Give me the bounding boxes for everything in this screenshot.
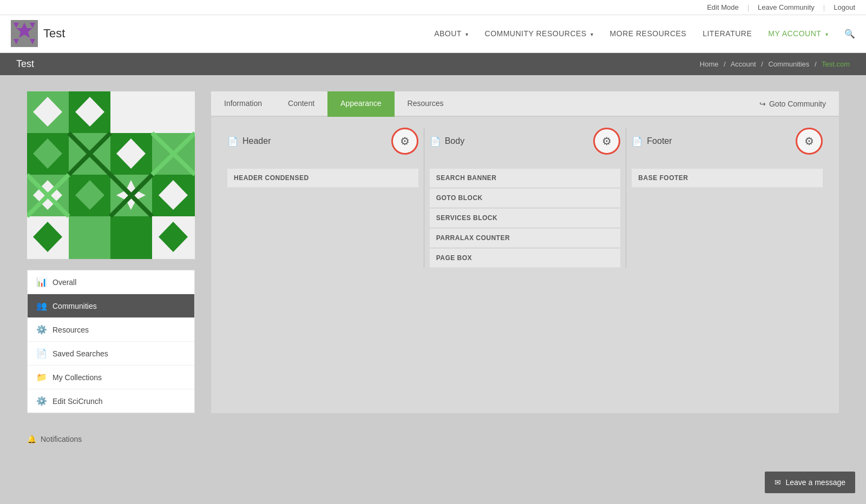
sidebar-label-saved-searches: Saved Searches [53,349,108,358]
footer-sub-items: BASE FOOTER [632,169,823,188]
logo-area: Test [11,20,65,47]
base-footer-item[interactable]: BASE FOOTER [632,169,823,188]
footer-doc-icon: 📄 [632,136,642,147]
notifications-label: Notifications [41,435,82,443]
breadcrumb-home[interactable]: Home [700,60,719,68]
header-condensed-item[interactable]: HEADER CONDENSED [227,169,418,188]
goto-arrow-icon: ↪ [759,100,766,108]
logout-link[interactable]: Logout [834,3,855,11]
sidebar-label-edit-scicrunch: Edit SciCrunch [53,397,103,406]
body-section-header: 📄 Body ⚙ [430,128,621,160]
footer-section: 📄 Footer ⚙ BASE FOOTER [626,128,828,268]
footer-section-title: 📄 Footer [632,136,672,147]
breadcrumb-communities[interactable]: Communities [768,60,809,68]
sidebar-label-my-collections: My Collections [53,373,102,382]
goto-community-link[interactable]: ↪ Goto Community [746,92,839,116]
body-gear-button[interactable]: ⚙ [593,128,620,155]
edit-scicrunch-icon: ⚙️ [36,396,47,406]
tab-appearance[interactable]: Appearance [327,91,395,117]
nav-my-account[interactable]: MY ACCOUNT ▾ [768,29,828,38]
sidebar-item-saved-searches[interactable]: 📄 Saved Searches [28,342,194,366]
services-block-item[interactable]: SERVICES BLOCK [430,209,621,228]
appearance-content: 📄 Header ⚙ HEADER CONDENSED 📄 Body ⚙ [211,117,839,278]
main-nav: ABOUT ▾ COMMUNITY RESOURCES ▾ MORE RESOU… [434,29,855,39]
community-logo [27,91,195,259]
page-box-item[interactable]: PAGE BOX [430,249,621,268]
breadcrumb: Home / Account / Communities / Test.com [700,60,850,68]
svg-rect-20 [69,216,110,259]
right-panel: Information Content Appearance Resources… [211,91,839,413]
sidebar-label-resources: Resources [53,326,89,334]
search-banner-item[interactable]: SEARCH BANNER [430,169,621,188]
breadcrumb-account[interactable]: Account [731,60,756,68]
parralax-counter-item[interactable]: PARRALAX COUNTER [430,229,621,248]
search-icon[interactable]: 🔍 [844,29,855,39]
notifications-bar: 🔔 Notifications [0,429,866,449]
header-sub-items: HEADER CONDENSED [227,169,418,188]
body-title-label: Body [445,136,464,146]
header-section-title: 📄 Header [227,136,271,147]
header-section-header: 📄 Header ⚙ [227,128,418,160]
content-area: 📊 Overall 👥 Communities ⚙️ Resources 📄 S… [0,75,866,429]
notifications-icon: 🔔 [27,435,36,443]
body-section: 📄 Body ⚙ SEARCH BANNER GOTO BLOCK SERVIC… [424,128,627,268]
sidebar-label-overall: Overall [53,278,76,287]
sidebar-item-edit-scicrunch[interactable]: ⚙️ Edit SciCrunch [28,389,194,413]
leave-community-link[interactable]: Leave Community [758,3,815,11]
breadcrumb-current: Test.com [822,60,850,68]
page-title: Test [16,58,34,70]
edit-mode-link[interactable]: Edit Mode [707,3,739,11]
account-caret: ▾ [825,31,829,37]
breadcrumb-bar: Test Home / Account / Communities / Test… [0,53,866,75]
header-title-label: Header [242,136,271,146]
header-doc-icon: 📄 [227,136,238,147]
nav-more-resources[interactable]: MORE RESOURCES [610,29,687,38]
svg-rect-9 [110,91,152,133]
main-header: Test ABOUT ▾ COMMUNITY RESOURCES ▾ MORE … [0,15,866,53]
goto-block-item[interactable]: GOTO BLOCK [430,189,621,208]
sidebar-menu: 📊 Overall 👥 Communities ⚙️ Resources 📄 S… [27,270,195,413]
saved-searches-icon: 📄 [36,348,47,359]
communities-icon: 👥 [36,301,47,311]
footer-gear-button[interactable]: ⚙ [796,128,823,155]
footer-section-header: 📄 Footer ⚙ [632,128,823,160]
footer-title-label: Footer [647,136,672,146]
resources-icon: ⚙️ [36,324,47,335]
left-panel: 📊 Overall 👥 Communities ⚙️ Resources 📄 S… [27,91,195,413]
sidebar-item-overall[interactable]: 📊 Overall [28,270,194,294]
tab-content[interactable]: Content [275,91,327,117]
body-sub-items: SEARCH BANNER GOTO BLOCK SERVICES BLOCK … [430,169,621,268]
nav-literature[interactable]: LITERATURE [703,29,752,38]
cr-caret: ▾ [591,31,594,37]
nav-community-resources[interactable]: COMMUNITY RESOURCES ▾ [485,29,594,38]
sidebar-item-resources[interactable]: ⚙️ Resources [28,318,194,342]
quilt-pattern [27,91,195,259]
top-bar: Edit Mode | Leave Community | Logout [0,0,866,15]
tab-information[interactable]: Information [211,91,275,117]
header-gear-button[interactable]: ⚙ [391,128,418,155]
overall-icon: 📊 [36,277,47,287]
nav-about[interactable]: ABOUT ▾ [434,29,468,38]
header-section: 📄 Header ⚙ HEADER CONDENSED [222,128,424,268]
logo-text: Test [43,26,65,41]
goto-community-label: Goto Community [769,100,826,108]
logo-image [11,20,38,47]
sidebar-item-my-collections[interactable]: 📁 My Collections [28,366,194,389]
body-section-title: 📄 Body [430,136,464,147]
sidebar-label-communities: Communities [53,302,97,310]
my-collections-icon: 📁 [36,372,47,382]
about-caret: ▾ [465,31,469,37]
tabs-bar: Information Content Appearance Resources… [211,91,839,117]
tab-resources[interactable]: Resources [395,91,457,117]
svg-rect-21 [110,216,152,259]
body-doc-icon: 📄 [430,136,441,147]
sidebar-item-communities[interactable]: 👥 Communities [28,294,194,318]
